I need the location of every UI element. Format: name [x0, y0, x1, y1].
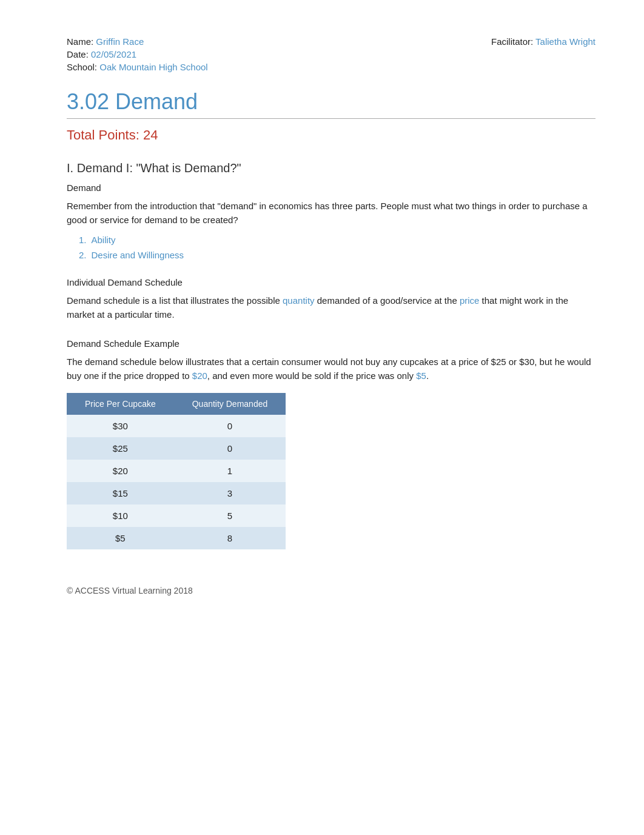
table-row: $58	[67, 527, 286, 549]
list-item-1: 1. Ability	[79, 235, 595, 245]
section1-body: Remember from the introduction that "dem…	[67, 199, 595, 227]
footer-text: © ACCESS Virtual Learning 2018	[67, 586, 193, 595]
section2-sub-label: Individual Demand Schedule	[67, 277, 595, 287]
facilitator-row: Facilitator: Talietha Wright	[491, 36, 595, 47]
table-row: $300	[67, 415, 286, 437]
date-label: Date:	[67, 49, 89, 59]
demand-schedule-table: Price Per Cupcake Quantity Demanded $300…	[67, 393, 286, 549]
demand-parts-list: 1. Ability 2. Desire and Willingness	[67, 235, 595, 260]
price-20-link: $20	[192, 371, 207, 381]
quantity-cell: 5	[174, 505, 286, 527]
price-cell: $15	[67, 482, 174, 505]
col1-header: Price Per Cupcake	[67, 393, 174, 415]
section1-block: I. Demand I: "What is Demand?" Demand Re…	[67, 161, 595, 260]
quantity-link: quantity	[283, 295, 315, 306]
price-cell: $30	[67, 415, 174, 437]
title-divider	[67, 118, 595, 119]
price-5-link: $5	[416, 371, 426, 381]
main-title: 3.02 Demand	[67, 89, 595, 115]
title-section: 3.02 Demand	[67, 89, 595, 119]
date-value: 02/05/2021	[91, 49, 136, 59]
price-cell: $5	[67, 527, 174, 549]
name-row: Name: Griffin Race	[67, 36, 144, 47]
list-item-2: 2. Desire and Willingness	[79, 250, 595, 260]
facilitator-label: Facilitator:	[491, 36, 533, 47]
quantity-cell: 3	[174, 482, 286, 505]
facilitator-value: Talietha Wright	[535, 36, 595, 47]
price-link: price	[460, 295, 480, 306]
school-label: School:	[67, 62, 97, 72]
section2-block: Individual Demand Schedule Demand schedu…	[67, 277, 595, 322]
list-text-2: Desire and Willingness	[92, 250, 184, 260]
section1-title: I. Demand I: "What is Demand?"	[67, 161, 595, 175]
quantity-cell: 8	[174, 527, 286, 549]
section3-text-after: .	[426, 371, 429, 381]
section2-text-middle: demanded of a good/service at the	[315, 295, 460, 306]
date-row: Date: 02/05/2021	[67, 49, 595, 59]
name-value: Griffin Race	[96, 36, 144, 47]
footer: © ACCESS Virtual Learning 2018	[67, 586, 595, 595]
table-row: $105	[67, 505, 286, 527]
list-text-1: Ability	[92, 235, 116, 245]
col2-header: Quantity Demanded	[174, 393, 286, 415]
table-row: $250	[67, 437, 286, 460]
header-info: Name: Griffin Race Facilitator: Talietha…	[67, 36, 595, 72]
price-cell: $25	[67, 437, 174, 460]
price-cell: $10	[67, 505, 174, 527]
school-value: Oak Mountain High School	[99, 62, 207, 72]
school-row: School: Oak Mountain High School	[67, 62, 595, 72]
table-row: $201	[67, 460, 286, 482]
section3-body: The demand schedule below illustrates th…	[67, 355, 595, 383]
quantity-cell: 1	[174, 460, 286, 482]
list-number-2: 2.	[79, 250, 87, 260]
list-number-1: 1.	[79, 235, 87, 245]
quantity-cell: 0	[174, 437, 286, 460]
section2-text-before: Demand schedule is a list that illustrat…	[67, 295, 283, 306]
section2-body: Demand schedule is a list that illustrat…	[67, 293, 595, 322]
section3-block: Demand Schedule Example The demand sched…	[67, 338, 595, 549]
section3-text-middle: , and even more would be sold if the pri…	[207, 371, 416, 381]
table-row: $153	[67, 482, 286, 505]
name-label: Name:	[67, 36, 93, 47]
price-cell: $20	[67, 460, 174, 482]
quantity-cell: 0	[174, 415, 286, 437]
table-header-row: Price Per Cupcake Quantity Demanded	[67, 393, 286, 415]
section1-sub-label: Demand	[67, 183, 595, 193]
total-points: Total Points: 24	[67, 127, 595, 143]
section3-sub-label: Demand Schedule Example	[67, 338, 595, 349]
